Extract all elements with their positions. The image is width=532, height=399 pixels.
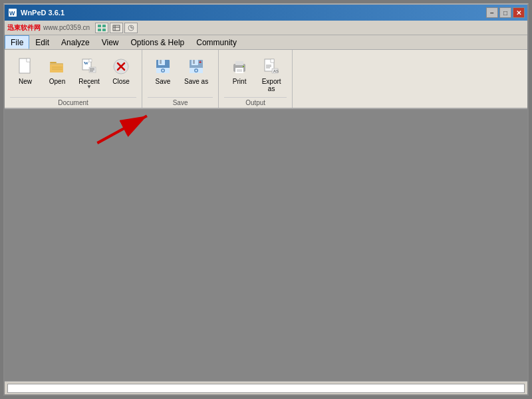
recent-button[interactable]: W Recent ▼ [74, 53, 104, 93]
svg-line-59 [97, 116, 147, 143]
svg-point-49 [243, 66, 244, 67]
svg-rect-46 [235, 68, 243, 73]
save-button[interactable]: Save [148, 53, 178, 88]
recent-icon: W [78, 56, 100, 77]
save-as-button[interactable]: + Save as [180, 53, 213, 88]
print-icon [229, 56, 250, 77]
export-as-button[interactable]: AS Exportas [256, 53, 287, 96]
main-content [5, 109, 527, 381]
title-text: WnPeD 3.6.1 [21, 9, 65, 17]
close-window-button[interactable]: ✕ [513, 7, 525, 18]
svg-rect-3 [102, 25, 106, 27]
save-group-label: Save [148, 97, 213, 106]
app-icon: W [7, 7, 18, 18]
menu-file[interactable]: File [5, 35, 29, 49]
save-label: Save [156, 78, 171, 85]
watermark-bar: 迅東软件网 www.pc0359.cn [5, 21, 527, 35]
open-button[interactable]: Open [42, 53, 72, 88]
ribbon-tabs: New Open [5, 50, 527, 108]
svg-text:W: W [84, 61, 88, 66]
menu-options-help[interactable]: Options & Help [125, 35, 191, 49]
watermark-text: 迅東软件网 [7, 23, 41, 33]
svg-rect-52 [271, 59, 274, 63]
main-window: W WnPeD 3.6.1 − □ ✕ 迅東软件网 www.pc0359.cn [3, 3, 529, 396]
extra-icon-2[interactable] [110, 23, 123, 33]
open-label: Open [49, 78, 65, 85]
ribbon-group-save: Save + [142, 50, 219, 108]
open-icon [47, 56, 68, 77]
output-buttons: Print [224, 53, 287, 96]
status-field [7, 384, 525, 393]
new-button[interactable]: New [10, 53, 41, 88]
toolbar-extra-icons [95, 23, 138, 33]
title-bar-left: W WnPeD 3.6.1 [7, 7, 65, 18]
svg-rect-5 [102, 29, 106, 31]
save-as-label: Save as [184, 78, 208, 85]
title-bar-controls: − □ ✕ [486, 7, 525, 18]
maximize-button[interactable]: □ [499, 7, 511, 18]
svg-text:+: + [199, 60, 201, 65]
menu-edit[interactable]: Edit [29, 35, 55, 49]
close-doc-button[interactable]: Close [106, 53, 136, 88]
watermark-url: www.pc0359.cn [43, 24, 90, 31]
svg-text:W: W [9, 10, 15, 17]
extra-icon-1[interactable] [95, 23, 108, 33]
close-doc-icon [110, 56, 132, 77]
new-icon [15, 56, 36, 77]
print-button[interactable]: Print [224, 53, 255, 88]
svg-text:AS: AS [273, 69, 279, 73]
menu-community[interactable]: Community [190, 35, 243, 49]
ribbon-group-output: Print [219, 50, 293, 108]
svg-rect-14 [27, 59, 30, 62]
svg-rect-45 [235, 61, 243, 65]
close-doc-label: Close [112, 78, 130, 85]
save-icon [152, 56, 174, 77]
export-as-label: Exportas [262, 78, 281, 92]
menu-view[interactable]: View [96, 35, 125, 49]
svg-rect-4 [98, 29, 101, 31]
svg-rect-6 [113, 25, 120, 31]
menu-bar: File Edit Analyze View Options & Help Co… [5, 35, 527, 50]
title-bar: W WnPeD 3.6.1 − □ ✕ [5, 5, 527, 21]
svg-rect-33 [160, 60, 162, 64]
output-group-label: Output [224, 97, 287, 106]
document-buttons: New Open [10, 53, 136, 96]
svg-rect-17 [50, 65, 63, 72]
svg-point-42 [196, 70, 198, 72]
ribbon: New Open [5, 50, 527, 109]
minimize-button[interactable]: − [486, 7, 498, 18]
print-label: Print [233, 78, 247, 85]
annotation-arrow [5, 109, 527, 381]
svg-rect-2 [98, 25, 101, 27]
recent-dropdown-arrow: ▼ [86, 84, 92, 90]
save-buttons: Save + [148, 53, 213, 96]
extra-icon-3[interactable] [124, 23, 138, 33]
status-bar [5, 381, 527, 394]
export-as-icon: AS [261, 56, 282, 77]
ribbon-group-document: New Open [5, 50, 142, 108]
document-group-label: Document [10, 97, 136, 106]
menu-analyze[interactable]: Analyze [55, 35, 96, 49]
svg-rect-15 [50, 62, 57, 63]
svg-point-36 [162, 70, 164, 72]
svg-rect-39 [193, 60, 195, 64]
new-label: New [19, 78, 32, 85]
svg-rect-23 [89, 59, 92, 62]
save-as-icon: + [186, 56, 207, 77]
